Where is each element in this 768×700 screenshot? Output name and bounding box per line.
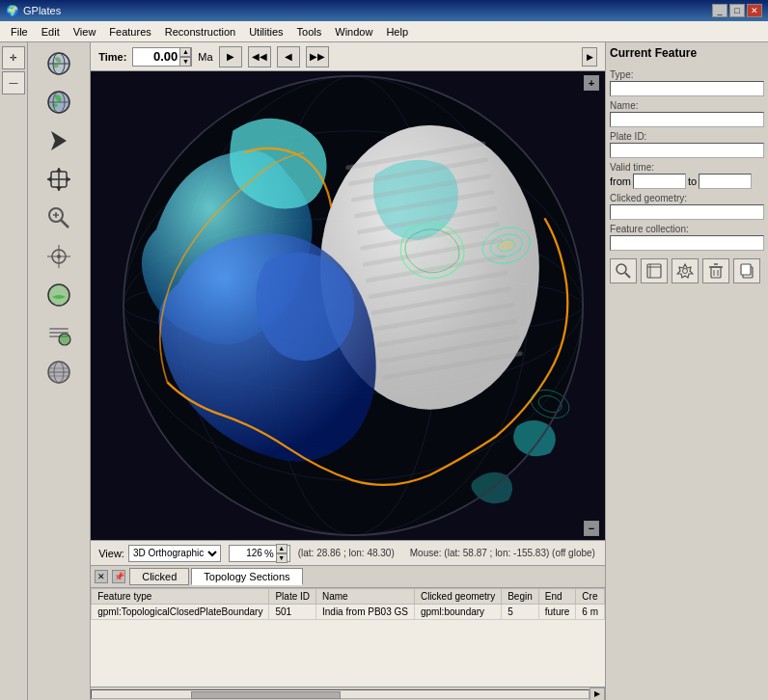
time-label: Time: — [98, 51, 126, 63]
delete-icon — [707, 262, 725, 280]
from-label: from — [610, 175, 631, 187]
zoom-spin-down[interactable]: ▼ — [276, 553, 288, 563]
clicked-geom-input[interactable] — [610, 204, 764, 220]
menu-view[interactable]: View — [67, 24, 103, 40]
table-wrapper[interactable]: Feature type Plate ID Name Clicked geome… — [91, 588, 605, 687]
col-name: Name — [316, 589, 415, 605]
time-spin-up[interactable]: ▲ — [179, 47, 191, 57]
svg-line-64 — [625, 273, 630, 278]
tool-globe-gray[interactable] — [41, 355, 76, 390]
valid-time-label: Valid time: — [610, 162, 764, 173]
menu-tools[interactable]: Tools — [290, 24, 329, 40]
bottom-panel-header: ✕ 📌 Clicked Topology Sections — [91, 566, 605, 588]
time-input[interactable] — [133, 49, 179, 64]
svg-point-3 — [48, 53, 69, 74]
svg-marker-12 — [56, 187, 62, 191]
tool-zoom[interactable] — [41, 201, 76, 235]
mouse-coords: Mouse: (lat: 58.87 ; lon: -155.83) (off … — [410, 548, 595, 558]
step-back-button[interactable]: ◀ — [277, 46, 300, 67]
app-icon: 🌍 — [6, 5, 19, 17]
close-button[interactable]: ✕ — [747, 4, 762, 17]
settings-icon — [676, 262, 694, 280]
name-label: Name: — [610, 100, 764, 111]
svg-marker-14 — [67, 176, 70, 182]
menu-window[interactable]: Window — [328, 24, 379, 40]
skip-back-button[interactable]: ◀◀ — [248, 46, 271, 67]
play-button[interactable]: ▶ — [219, 46, 242, 67]
layers-1-icon — [45, 282, 72, 309]
time-spinners: ▲ ▼ — [179, 47, 191, 67]
svg-marker-11 — [56, 168, 62, 172]
menu-utilities[interactable]: Utilities — [242, 24, 289, 40]
view-select-wrap: View: 3D Orthographic 2D Map — [98, 545, 221, 562]
cell-plate-id: 501 — [269, 605, 316, 620]
feature-collection-input[interactable] — [610, 235, 764, 251]
valid-time-from-input[interactable] — [633, 174, 686, 189]
main-layout: ✛ — — [0, 42, 768, 700]
plate-id-label: Plate ID: — [610, 131, 764, 142]
cf-delete-button[interactable] — [702, 258, 729, 283]
arrow-tool-icon — [45, 127, 72, 154]
step-forward-button[interactable]: ▶▶ — [306, 46, 329, 67]
search-icon — [615, 262, 632, 280]
svg-marker-7 — [51, 131, 67, 150]
globe-viewport[interactable]: + − — [91, 71, 605, 540]
scroll-corner[interactable]: ▶ — [590, 687, 605, 701]
valid-time-to-input[interactable] — [699, 174, 752, 189]
time-spin-down[interactable]: ▼ — [179, 57, 191, 67]
panel-pin-button[interactable]: 📌 — [112, 570, 125, 583]
tool-globe-3d[interactable] — [41, 46, 76, 81]
timebar: Time: ▲ ▼ Ma ▶ ◀◀ ◀ ▶▶ ▶ — [91, 42, 605, 71]
maximize-button[interactable]: □ — [729, 4, 745, 17]
right-panel: Current Feature Type: Name: Plate ID: Va… — [605, 42, 768, 700]
cf-edit-button[interactable] — [641, 258, 668, 283]
cell-begin: 5 — [502, 605, 539, 620]
title-left: 🌍 GPlates — [6, 5, 61, 17]
view-mode-select[interactable]: 3D Orthographic 2D Map — [128, 545, 221, 562]
tool-line[interactable]: — — [2, 71, 25, 94]
col-begin: Begin — [502, 589, 539, 605]
cell-cre: 6 m — [576, 605, 605, 620]
menu-features[interactable]: Features — [102, 24, 157, 40]
name-input[interactable] — [610, 112, 764, 127]
tool-globe-flat[interactable] — [41, 85, 76, 120]
menubar: File Edit View Features Reconstruction U… — [0, 21, 768, 42]
cf-copy-button[interactable] — [733, 258, 760, 283]
zoom-out-button[interactable]: − — [584, 521, 599, 536]
expand-timebar-button[interactable]: ▶ — [582, 47, 597, 67]
menu-file[interactable]: File — [4, 24, 35, 40]
tool-move[interactable] — [41, 162, 76, 197]
table-row[interactable]: gpml:TopologicalClosedPlateBoundary 501 … — [92, 605, 605, 620]
tool-arrow[interactable] — [41, 123, 76, 158]
scroll-thumb[interactable] — [191, 691, 340, 699]
tool-layers-2[interactable] — [41, 316, 76, 351]
cf-search-button[interactable] — [610, 258, 637, 283]
zoom-in-button[interactable]: + — [584, 75, 599, 91]
data-table: Feature type Plate ID Name Clicked geome… — [91, 588, 605, 620]
window-controls[interactable]: _ □ ✕ — [712, 4, 762, 17]
menu-reconstruction[interactable]: Reconstruction — [158, 24, 242, 40]
zoom-tool-icon — [45, 204, 72, 231]
globe-3d-icon — [45, 50, 72, 77]
cf-action-row — [610, 258, 764, 283]
minimize-button[interactable]: _ — [712, 4, 727, 17]
svg-line-16 — [61, 220, 69, 228]
zoom-input[interactable] — [232, 548, 262, 558]
cf-settings-button[interactable] — [672, 258, 699, 283]
tool-layers-1[interactable] — [41, 278, 76, 312]
left-toolbar: ✛ — — [0, 42, 28, 700]
svg-point-27 — [59, 334, 70, 345]
menu-edit[interactable]: Edit — [35, 24, 67, 40]
scroll-track[interactable] — [91, 689, 590, 699]
plate-id-input[interactable] — [610, 143, 764, 158]
globe-display — [91, 71, 605, 540]
type-input[interactable] — [610, 81, 764, 96]
tool-gps[interactable] — [41, 239, 76, 274]
horizontal-scrollbar[interactable]: ▶ — [91, 687, 605, 700]
tab-clicked[interactable]: Clicked — [129, 568, 189, 585]
tool-crosshair[interactable]: ✛ — [2, 46, 25, 69]
menu-help[interactable]: Help — [379, 24, 415, 40]
zoom-spin-up[interactable]: ▲ — [276, 544, 288, 553]
tab-topology-sections[interactable]: Topology Sections — [191, 568, 302, 585]
panel-close-button[interactable]: ✕ — [95, 570, 108, 583]
